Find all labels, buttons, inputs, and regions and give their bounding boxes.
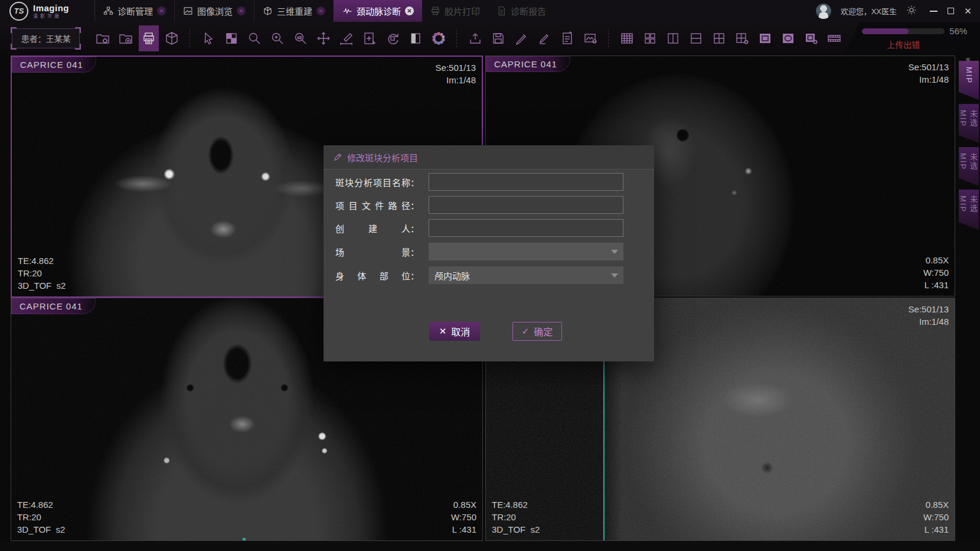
window-level-info: 0.85XW:750L :431 — [923, 254, 949, 291]
close-icon[interactable]: ✕ — [237, 6, 246, 15]
logo-monogram-icon: TS — [9, 2, 28, 21]
grid-2x2-icon[interactable] — [709, 25, 729, 51]
creator-input[interactable] — [429, 219, 623, 237]
field-label: 身体部位： — [335, 269, 419, 282]
patient-badge: 患者：王某某 — [12, 28, 80, 48]
series-image-info: Se:501/13Im:1/48 — [909, 61, 949, 86]
field-row-project-name: 斑块分析项目名称： — [335, 173, 623, 191]
window-level-info: 0.85XW:750L :431 — [923, 498, 949, 536]
settings-gear-icon[interactable] — [906, 5, 917, 18]
module-tabs: 诊断管理 ✕ 图像浏览 ✕ 三维重建 ✕ 颈动脉诊断 ✕ 胶片打印 诊断报告 — [94, 0, 554, 22]
title-bar: TS Imaging 清影华康 诊断管理 ✕ 图像浏览 ✕ 三维重建 ✕ 颈动脉… — [0, 0, 980, 22]
field-label: 场景： — [335, 246, 419, 258]
layout-checker-icon[interactable] — [221, 25, 241, 51]
side-tab-mip[interactable]: MIP — [959, 61, 979, 100]
magnifier-icon[interactable] — [244, 25, 264, 51]
sitemap-icon — [103, 6, 113, 16]
field-row-creator: 创建人： — [335, 219, 623, 237]
report-add-icon[interactable] — [557, 25, 577, 51]
sequence-info: TE:4.862TR:203D_TOF s2 — [18, 255, 66, 292]
tab-image-browse[interactable]: 图像浏览 ✕ — [174, 0, 254, 22]
edit-pencil-icon — [333, 152, 342, 162]
dialog-header: 修改斑块分析项目 — [324, 145, 654, 169]
zoom-x2-icon[interactable]: x2 — [290, 25, 311, 51]
upload-progress-panel: 56% 上传出错 — [844, 22, 980, 54]
maximize-button[interactable] — [947, 7, 955, 15]
pen-line-icon[interactable] — [534, 25, 554, 51]
side-tab-unselected-mip-1[interactable]: 未选MIP — [959, 104, 979, 143]
progress-bar — [862, 28, 945, 34]
rect-remove-icon[interactable] — [801, 25, 821, 51]
page-add-icon[interactable] — [360, 25, 380, 51]
pen-icon[interactable] — [511, 25, 531, 51]
sequence-info: TE:4.862TR:203D_TOF s2 — [17, 498, 65, 536]
field-row-file-path: 项目文件路径： — [335, 196, 623, 214]
folder-add-icon[interactable] — [116, 25, 136, 51]
zoom-in-icon[interactable] — [267, 25, 288, 51]
print-icon[interactable] — [139, 25, 159, 51]
dialog-title: 修改斑块分析项目 — [347, 151, 418, 164]
project-name-input[interactable] — [429, 173, 623, 191]
cancel-button[interactable]: ✕ 取消 — [429, 322, 480, 341]
edit-plaque-project-dialog: 修改斑块分析项目 斑块分析项目名称： 项目文件路径： 创建人： 场景： 身体部位… — [324, 145, 654, 361]
scene-select[interactable] — [429, 243, 623, 260]
series-image-info: Se:501/13Im:1/48 — [909, 303, 949, 328]
tab-carotid-diagnosis[interactable]: 颈动脉诊断 ✕ — [334, 0, 422, 22]
cursor-icon[interactable] — [198, 25, 218, 51]
image-icon — [183, 6, 193, 16]
rotate-icon[interactable] — [383, 25, 403, 51]
measure-pencil-icon[interactable] — [337, 25, 357, 51]
field-label: 创建人： — [335, 222, 419, 234]
chevron-down-icon — [611, 273, 618, 278]
confirm-button-label: 确定 — [534, 324, 553, 338]
side-tab-unselected-mip-2[interactable]: 未选MIP — [959, 147, 979, 186]
color-wheel-icon[interactable] — [429, 25, 449, 51]
field-label: 斑块分析项目名称： — [335, 176, 419, 188]
side-tab-unselected-mip-3[interactable]: 未选MIP — [959, 190, 979, 230]
tab-diagnosis-management[interactable]: 诊断管理 ✕ — [94, 0, 174, 22]
image-upload-icon[interactable] — [580, 25, 600, 51]
tab-label: 诊断报告 — [511, 5, 546, 17]
confirm-check-icon: ✓ — [522, 326, 530, 337]
upload-icon[interactable] — [465, 25, 485, 51]
tab-3d-reconstruction[interactable]: 三维重建 ✕ — [254, 0, 334, 22]
upload-error-text: 上传出错 — [887, 38, 980, 50]
field-label: 项目文件路径： — [335, 199, 419, 211]
field-row-scene: 场景： — [335, 243, 623, 260]
minimize-button[interactable] — [930, 7, 937, 15]
contrast-icon[interactable] — [406, 25, 426, 51]
blocks-2x2-icon[interactable] — [640, 25, 660, 51]
series-label-tab: CAPRICE 041 — [11, 298, 96, 314]
pan-icon[interactable] — [313, 25, 334, 51]
folder-settings-icon[interactable] — [93, 25, 113, 51]
user-avatar[interactable] — [816, 4, 831, 19]
ellipse-roi-icon[interactable] — [778, 25, 798, 51]
toolbar-divider — [608, 30, 609, 47]
welcome-text: 欢迎您，XX医生 — [841, 5, 897, 17]
tab-label: 诊断管理 — [117, 5, 153, 17]
close-icon[interactable]: ✕ — [157, 6, 166, 15]
cancel-x-icon: ✕ — [439, 326, 447, 337]
file-path-input[interactable] — [429, 196, 623, 214]
grid-remove-icon[interactable] — [732, 25, 752, 51]
grid-4x4-icon[interactable] — [617, 25, 637, 51]
tab-label: 胶片打印 — [445, 5, 480, 17]
save-icon[interactable] — [488, 25, 508, 51]
logo-brand: Imaging — [33, 4, 69, 12]
cine-film-icon[interactable] — [824, 25, 844, 51]
body-part-select[interactable]: 颅内动脉 — [429, 266, 623, 284]
sequence-info: TE:4.862TR:203D_TOF s2 — [492, 498, 540, 536]
tab-label: 图像浏览 — [197, 5, 233, 17]
chevron-down-icon — [611, 250, 618, 254]
close-icon[interactable]: ✕ — [405, 6, 414, 15]
body-part-select-value: 颅内动脉 — [435, 269, 470, 282]
split-vertical-icon[interactable] — [663, 25, 683, 51]
close-window-button[interactable]: ✕ — [964, 7, 972, 15]
progress-percent: 56% — [949, 26, 967, 36]
bottom-strip — [0, 541, 980, 551]
close-icon[interactable]: ✕ — [316, 6, 325, 15]
cube-3d-icon[interactable] — [162, 25, 182, 51]
rect-roi-icon[interactable] — [755, 25, 775, 51]
confirm-button[interactable]: ✓ 确定 — [512, 322, 562, 341]
split-horizontal-icon[interactable] — [686, 25, 706, 51]
